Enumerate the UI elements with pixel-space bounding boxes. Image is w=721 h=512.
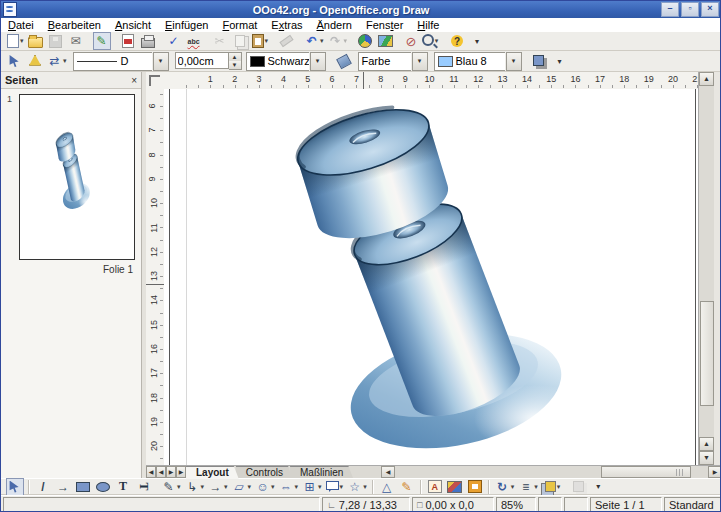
toolbar-options-button[interactable]: ▾	[551, 52, 569, 70]
basic-shapes-button[interactable]: ▱▾	[231, 478, 253, 496]
redo-button[interactable]: ↷▾	[327, 32, 349, 50]
vertical-text-button[interactable]: T	[134, 478, 152, 496]
line-button[interactable]: /	[34, 478, 52, 496]
toolbar-options-button[interactable]: ▾	[589, 478, 607, 496]
lines-and-arrows-button[interactable]: →▾	[207, 478, 229, 496]
first-page-button[interactable]: ◀	[146, 466, 156, 478]
tab-layout[interactable]: Layout	[186, 466, 239, 479]
menu-format[interactable]: Format	[215, 18, 264, 32]
arrange-button[interactable]: ▾	[541, 478, 562, 496]
page-style-field[interactable]: Standard	[664, 497, 721, 512]
fill-color-dropdown[interactable]: ▾	[506, 52, 522, 71]
autospellcheck-button[interactable]: abc	[185, 32, 203, 50]
line-dialog-button[interactable]	[26, 52, 44, 70]
flowchart-button[interactable]: ⊞▾	[301, 478, 323, 496]
rectangle-button[interactable]	[74, 478, 92, 496]
line-width-spinner[interactable]: ▲▼	[175, 52, 242, 70]
block-arrows-button[interactable]: ⇔▾	[278, 478, 300, 496]
new-document-button[interactable]: ▾	[6, 32, 25, 50]
line-width-input[interactable]	[175, 52, 229, 69]
title-bar[interactable]: OOo42.org - OpenOffice.org Draw – ▫ ×	[1, 1, 721, 18]
symbol-shapes-button[interactable]: ☺▾	[254, 478, 276, 496]
cut-button[interactable]: ✂	[211, 32, 229, 50]
edit-points-button[interactable]: △	[378, 478, 396, 496]
dropdown-arrow-icon[interactable]: ▾	[511, 483, 515, 491]
menu-datei[interactable]: Datei	[1, 18, 41, 32]
stars-button[interactable]: ☆▾	[346, 478, 368, 496]
scroll-down-icon[interactable]: ▼	[699, 451, 714, 465]
scroll-up-icon[interactable]: ▲	[699, 72, 714, 86]
format-paintbrush-button[interactable]	[277, 32, 295, 50]
fill-dialog-button[interactable]	[335, 52, 353, 70]
dropdown-arrow-icon[interactable]: ▾	[557, 483, 561, 491]
dropdown-arrow-icon[interactable]: ▾	[271, 483, 275, 491]
menu-ansicht[interactable]: Ansicht	[108, 18, 158, 32]
spin-down-icon[interactable]: ▼	[229, 61, 241, 69]
horizontal-scrollbar-thumb[interactable]	[601, 466, 691, 478]
horizontal-ruler[interactable]: 123456789101112131415161718192021	[164, 72, 698, 90]
scroll-left-icon[interactable]: ◀	[381, 466, 395, 478]
gallery-button[interactable]	[376, 32, 394, 50]
menu-einfgen[interactable]: Einfügen	[158, 18, 215, 32]
export-as-pdf-button[interactable]	[119, 32, 137, 50]
vertical-ruler[interactable]: 67891011121314151617181920	[146, 89, 165, 465]
previous-page-button[interactable]: ◀	[156, 466, 166, 478]
insert-picture-button[interactable]	[446, 478, 464, 496]
document-as-email-button[interactable]: ✉	[67, 32, 85, 50]
help-button[interactable]: ?	[448, 32, 466, 50]
last-page-button[interactable]: ▶	[176, 466, 186, 478]
line-style-dropdown[interactable]: ▾	[153, 52, 169, 71]
ellipse-button[interactable]	[94, 478, 112, 496]
vertical-scrollbar-thumb[interactable]	[700, 301, 714, 406]
cursor-position-field[interactable]: ∟ 7,28 / 13,33	[322, 497, 410, 512]
arrow-style-button[interactable]: ⇄▾	[46, 52, 68, 70]
page-thumbnail[interactable]	[19, 94, 135, 260]
dropdown-arrow-icon[interactable]: ▾	[363, 483, 367, 491]
menu-ndern[interactable]: Ändern	[310, 18, 359, 32]
object-size-field[interactable]: □ 0,00 x 0,0	[412, 497, 494, 512]
fill-type-dropdown[interactable]: ▾	[412, 52, 428, 71]
dropdown-arrow-icon[interactable]: ▾	[177, 483, 181, 491]
fill-color-combo[interactable]: Blau 8	[434, 52, 505, 71]
dropdown-arrow-icon[interactable]: ▾	[344, 37, 348, 45]
save-button[interactable]	[47, 32, 65, 50]
text-button[interactable]: T	[114, 478, 132, 496]
fontwork-gallery-button[interactable]: A	[426, 478, 444, 496]
menu-fenster[interactable]: Fenster	[359, 18, 410, 32]
spin-up-icon[interactable]: ▲	[229, 53, 241, 61]
zoom-field[interactable]: 85%	[496, 497, 536, 512]
menu-hilfe[interactable]: Hilfe	[410, 18, 446, 32]
navigator-button[interactable]: ⊘	[402, 32, 420, 50]
line-color-combo[interactable]: Schwarz	[246, 52, 309, 71]
select-button[interactable]	[6, 478, 24, 496]
toolbar-options-button[interactable]: ▾	[468, 32, 486, 50]
3d-object[interactable]	[164, 89, 698, 465]
zoom-button[interactable]: ▾	[422, 32, 440, 50]
callouts-button[interactable]: ▾	[325, 478, 345, 496]
dropdown-arrow-icon[interactable]: ▾	[534, 483, 538, 491]
edit-file-button[interactable]: ✎	[93, 32, 111, 50]
glue-points-button[interactable]: ✎	[398, 478, 416, 496]
dropdown-arrow-icon[interactable]: ▾	[20, 37, 24, 45]
scroll-up2-icon[interactable]: ▲	[699, 437, 714, 451]
menu-bearbeiten[interactable]: Bearbeiten	[41, 18, 108, 32]
copy-button[interactable]	[231, 32, 249, 50]
close-button[interactable]: ×	[701, 2, 719, 17]
fill-type-combo[interactable]: Farbe	[358, 52, 411, 71]
gallery-button[interactable]	[466, 478, 484, 496]
rotate-button[interactable]: ↻▾	[494, 478, 516, 496]
line-style-combo[interactable]: D	[73, 52, 152, 71]
dropdown-arrow-icon[interactable]: ▾	[318, 483, 322, 491]
maximize-button[interactable]: ▫	[681, 2, 699, 17]
dropdown-arrow-icon[interactable]: ▾	[201, 483, 205, 491]
minimize-button[interactable]: –	[661, 2, 679, 17]
scroll-right-icon[interactable]: ▶	[708, 466, 721, 478]
next-page-button[interactable]: ▶	[166, 466, 176, 478]
dropdown-arrow-icon[interactable]: ▾	[265, 37, 269, 45]
dropdown-arrow-icon[interactable]: ▾	[340, 483, 344, 491]
open-button[interactable]	[27, 32, 45, 50]
dropdown-arrow-icon[interactable]: ▾	[295, 483, 299, 491]
edit-points-mode-button[interactable]	[6, 52, 24, 70]
dropdown-arrow-icon[interactable]: ▾	[320, 37, 324, 45]
dropdown-arrow-icon[interactable]: ▾	[248, 483, 252, 491]
